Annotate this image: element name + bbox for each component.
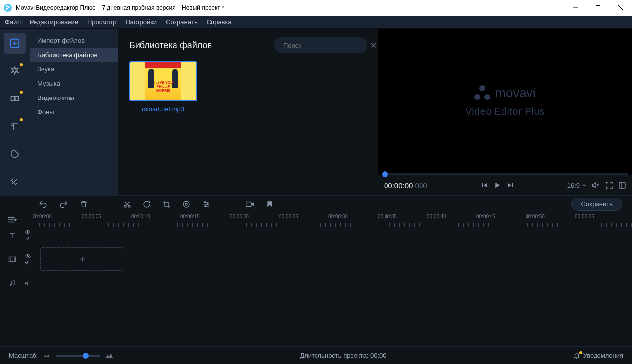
eye-icon[interactable]	[25, 230, 31, 234]
svg-point-31	[27, 232, 29, 233]
tab-import[interactable]	[4, 33, 26, 54]
zoom-slider[interactable]	[56, 355, 100, 357]
redo-button[interactable]	[59, 200, 68, 209]
menubar: Файл Редактирование Просмотр Настройки С…	[0, 16, 632, 29]
ruler-tick: 00:00:45	[476, 214, 495, 219]
brand-text: movavi	[495, 85, 535, 100]
speaker-icon[interactable]	[25, 260, 31, 265]
delete-button[interactable]	[80, 200, 88, 208]
tab-filters[interactable]	[4, 60, 26, 82]
timeline-ruler[interactable]: 00:00:00 00:00:05 00:00:10 00:00:15 00:0…	[25, 213, 632, 227]
tab-titles[interactable]	[4, 115, 26, 137]
status-bar: Масштаб: Длительность проекта: 00:00 Уве…	[0, 346, 632, 364]
drop-zone[interactable]: +	[40, 247, 124, 271]
zoom-thumb[interactable]	[83, 353, 89, 359]
video-track[interactable]: +	[0, 244, 632, 274]
side-item-videoclips[interactable]: Видеоклипы	[30, 91, 118, 105]
library-title: Библиотека файлов	[129, 40, 212, 51]
close-button[interactable]	[609, 0, 632, 16]
menu-save[interactable]: Сохранить	[166, 18, 198, 26]
menu-file[interactable]: Файл	[5, 18, 21, 26]
menu-edit[interactable]: Редактирование	[30, 18, 78, 26]
crop-button[interactable]	[163, 200, 171, 208]
timeline-ruler-row: 00:00:00 00:00:05 00:00:10 00:00:15 00:0…	[0, 213, 632, 227]
media-filename[interactable]: rsload.net.mp3	[129, 105, 197, 113]
svg-point-18	[185, 203, 187, 205]
svg-point-23	[207, 203, 208, 205]
tab-stickers[interactable]	[4, 143, 26, 165]
fullscreen-button[interactable]	[605, 181, 613, 189]
main-area: Импорт файлов Библиотека файлов Звуки Му…	[0, 29, 632, 195]
ruler-tick: 00:00:40	[427, 214, 446, 219]
side-item-sounds[interactable]: Звуки	[30, 62, 118, 76]
svg-point-37	[13, 284, 14, 285]
app-logo-icon	[4, 4, 12, 12]
badge-dot-icon	[20, 118, 23, 121]
audio-track[interactable]	[0, 274, 632, 292]
minimize-button[interactable]	[564, 0, 587, 16]
badge-dot-icon	[20, 63, 23, 66]
side-category-list: Импорт файлов Библиотека файлов Звуки Му…	[30, 29, 118, 195]
film-icon	[8, 256, 16, 263]
svg-point-22	[204, 201, 206, 203]
seek-bar[interactable]	[382, 173, 628, 175]
chevron-down-icon	[582, 183, 587, 188]
zoom-control: Масштаб:	[9, 352, 113, 359]
tab-more-tools[interactable]	[4, 170, 26, 192]
search-input[interactable]	[283, 42, 366, 49]
zoom-in-icon[interactable]	[106, 353, 113, 359]
play-button[interactable]	[493, 181, 502, 190]
tab-transitions[interactable]	[4, 88, 26, 109]
watermark-logo: movavi	[474, 85, 535, 101]
notifications-label: Уведомления	[583, 352, 623, 359]
music-icon	[9, 280, 16, 287]
marker-button[interactable]	[266, 200, 273, 208]
side-item-library[interactable]: Библиотека файлов	[30, 48, 118, 62]
side-item-music[interactable]: Музыка	[30, 76, 118, 91]
undo-button[interactable]	[38, 200, 47, 209]
ruler-tick: 00:00:50	[526, 214, 545, 219]
side-item-backgrounds[interactable]: Фоны	[30, 105, 118, 119]
maximize-button[interactable]	[587, 0, 609, 16]
link-icon[interactable]	[25, 236, 31, 241]
svg-point-0	[6, 5, 8, 7]
search-field[interactable]: ✕	[274, 37, 367, 53]
svg-point-24	[205, 205, 206, 207]
record-button[interactable]	[246, 200, 254, 209]
zoom-out-icon[interactable]	[44, 353, 50, 358]
cut-button[interactable]	[123, 200, 131, 208]
menu-help[interactable]: Справка	[207, 18, 232, 26]
brand-subtitle: Video Editor Plus	[465, 106, 545, 117]
properties-button[interactable]	[202, 200, 210, 208]
badge-dot-icon	[20, 91, 23, 94]
add-track-button[interactable]	[0, 216, 25, 223]
aspect-ratio-select[interactable]: 16:9	[567, 182, 587, 189]
title-track[interactable]	[0, 227, 632, 244]
menu-view[interactable]: Просмотр	[87, 18, 116, 26]
prev-frame-button[interactable]	[480, 181, 488, 189]
svg-point-17	[183, 201, 189, 207]
save-button[interactable]: Сохранить	[571, 198, 622, 211]
popout-button[interactable]	[618, 181, 626, 189]
zoom-label: Масштаб:	[9, 352, 38, 359]
svg-point-1	[8, 6, 10, 8]
timeline-toolbar: Сохранить	[0, 195, 632, 213]
side-item-import[interactable]: Импорт файлов	[30, 33, 118, 48]
left-tab-strip	[0, 29, 30, 195]
svg-rect-14	[619, 182, 625, 188]
mute-button[interactable]	[592, 181, 600, 190]
speaker-icon[interactable]	[25, 281, 31, 286]
search-clear-icon[interactable]: ✕	[370, 41, 377, 50]
svg-point-35	[27, 255, 29, 257]
color-button[interactable]	[182, 200, 190, 208]
menu-settings[interactable]: Настройки	[125, 18, 157, 26]
eye-icon[interactable]	[25, 254, 31, 259]
notifications-button[interactable]: Уведомления	[573, 352, 623, 359]
svg-point-36	[10, 284, 11, 285]
seek-thumb[interactable]	[382, 171, 388, 177]
window-title: Movavi Видеоредактор Плюс – 7-дневная пр…	[16, 4, 564, 11]
ruler-tick: 00:00:35	[378, 214, 397, 219]
rotate-button[interactable]	[143, 200, 151, 208]
next-frame-button[interactable]	[507, 181, 515, 189]
media-thumbnail[interactable]: I L♥VE YOUPHILLIPMORRIS	[129, 61, 197, 101]
